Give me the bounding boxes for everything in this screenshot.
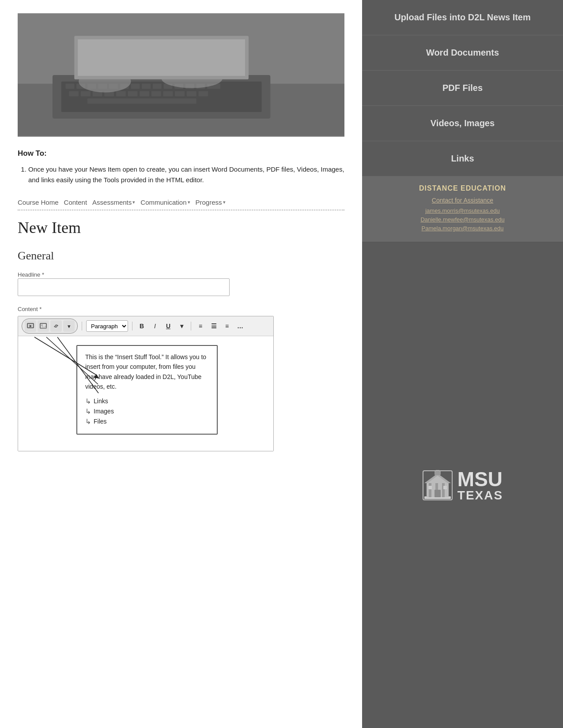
links-bullet: ↳ bbox=[85, 397, 91, 405]
sidebar-section-videos[interactable]: Videos, Images bbox=[362, 106, 563, 141]
callout-item-images: ↳ Images bbox=[85, 407, 209, 416]
callout-text: This is the “Insert Stuff Tool.” It allo… bbox=[85, 352, 209, 392]
how-to-label: How To: bbox=[18, 149, 344, 158]
sidebar-distance-education: DISTANCE EDUCATION Contact for Assistanc… bbox=[362, 176, 563, 242]
underline-button[interactable]: U bbox=[163, 320, 174, 332]
content-label: Content * bbox=[18, 306, 344, 312]
svg-rect-57 bbox=[428, 486, 432, 489]
toolbar-ellipsis-button[interactable]: … bbox=[235, 320, 246, 332]
editor-body[interactable]: This is the “Insert Stuff Tool.” It allo… bbox=[18, 336, 273, 451]
page-title: New Item bbox=[18, 218, 344, 237]
sidebar-section-pdf[interactable]: PDF Files bbox=[362, 71, 563, 106]
svg-rect-37 bbox=[18, 14, 344, 136]
msu-texas-logo: MSU TEXAS bbox=[422, 469, 503, 502]
headline-label: Headline * bbox=[18, 271, 44, 278]
paragraph-dropdown[interactable]: Paragraph bbox=[86, 320, 128, 332]
svg-rect-51 bbox=[442, 483, 445, 497]
editor-wrapper: ▾ Paragraph B I U ▾ ≡ ☰ ≡ … bbox=[18, 316, 274, 448]
insert-image-button[interactable] bbox=[38, 320, 49, 332]
progress-chevron-icon: ▾ bbox=[223, 199, 226, 205]
texas-label: TEXAS bbox=[457, 489, 503, 502]
italic-button[interactable]: I bbox=[150, 320, 160, 332]
de-email-3[interactable]: Pamela.morgan@msutexas.edu bbox=[371, 225, 554, 232]
nav-bar: Course Home Content Assessments ▾ Commun… bbox=[18, 198, 344, 210]
toolbar-sep-1 bbox=[82, 322, 82, 330]
list-ordered-button[interactable]: ≡ bbox=[222, 320, 232, 332]
sidebar-logo: MSU TEXAS bbox=[362, 242, 563, 728]
nav-progress[interactable]: Progress ▾ bbox=[196, 198, 231, 207]
msu-text: MSU TEXAS bbox=[457, 469, 503, 502]
main-content: How To: Once you have your News Item ope… bbox=[0, 0, 362, 728]
how-to-list: Once you have your News Item open to cre… bbox=[28, 164, 344, 185]
svg-point-41 bbox=[41, 324, 43, 326]
msu-label: MSU bbox=[457, 469, 503, 489]
editor-toolbar: ▾ Paragraph B I U ▾ ≡ ☰ ≡ … bbox=[18, 316, 273, 336]
insert-tools-group: ▾ bbox=[22, 319, 78, 334]
sidebar: Upload Files into D2L News Item Word Doc… bbox=[362, 0, 563, 728]
communication-chevron-icon: ▾ bbox=[188, 199, 190, 205]
svg-rect-58 bbox=[443, 486, 447, 489]
de-email-2[interactable]: Danielle.mewfee@msutexas.edu bbox=[371, 216, 554, 223]
nav-course-home[interactable]: Course Home bbox=[18, 198, 64, 207]
assessments-chevron-icon: ▾ bbox=[132, 199, 135, 205]
sidebar-section-upload[interactable]: Upload Files into D2L News Item bbox=[362, 0, 563, 35]
callout-item-files: ↳ Files bbox=[85, 417, 209, 426]
insert-stuff-button[interactable] bbox=[25, 320, 36, 332]
de-email-1[interactable]: james.morris@msutexas.edu bbox=[371, 207, 554, 214]
insert-link-button[interactable] bbox=[50, 320, 62, 332]
files-bullet: ↳ bbox=[85, 417, 91, 426]
images-bullet: ↳ bbox=[85, 407, 91, 416]
nav-content[interactable]: Content bbox=[64, 198, 93, 207]
sidebar-section-links[interactable]: Links bbox=[362, 141, 563, 176]
callout-item-links: ↳ Links bbox=[85, 397, 209, 405]
toolbar-more-button[interactable]: ▾ bbox=[63, 320, 75, 332]
editor-container: ▾ Paragraph B I U ▾ ≡ ☰ ≡ … bbox=[18, 316, 274, 451]
sidebar-section-word[interactable]: Word Documents bbox=[362, 35, 563, 71]
svg-rect-56 bbox=[435, 490, 441, 497]
toolbar-sep-2 bbox=[132, 322, 132, 330]
svg-rect-49 bbox=[429, 483, 431, 497]
headline-input[interactable] bbox=[18, 278, 230, 296]
callout-box: This is the “Insert Stuff Tool.” It allo… bbox=[76, 345, 218, 435]
list-button[interactable]: ☰ bbox=[208, 320, 219, 332]
general-heading: General bbox=[18, 249, 344, 263]
hero-image bbox=[18, 13, 344, 137]
msu-building-icon bbox=[422, 470, 453, 501]
nav-communication[interactable]: Communication ▾ bbox=[140, 198, 195, 207]
de-subtitle[interactable]: Contact for Assistance bbox=[371, 197, 554, 204]
toolbar-sep-3 bbox=[191, 322, 191, 330]
nav-assessments[interactable]: Assessments ▾ bbox=[92, 198, 140, 207]
de-title: DISTANCE EDUCATION bbox=[371, 184, 554, 192]
how-to-step-1: Once you have your News Item open to cre… bbox=[28, 164, 344, 185]
indent-left-button[interactable]: ≡ bbox=[195, 320, 206, 332]
bold-button[interactable]: B bbox=[136, 320, 147, 332]
format-more-button[interactable]: ▾ bbox=[176, 320, 187, 332]
